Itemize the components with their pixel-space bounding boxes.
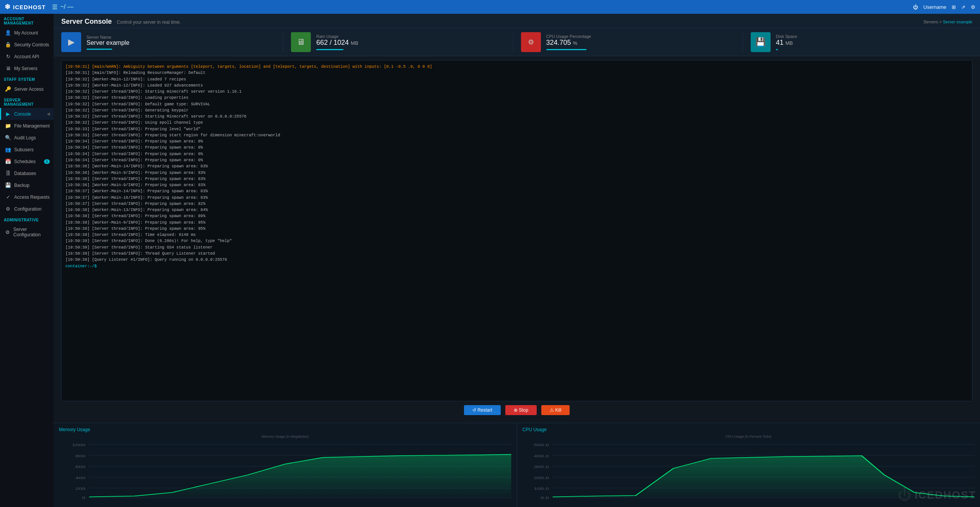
sidebar-item-audit-logs[interactable]: 🔍 Audit Logs bbox=[0, 132, 54, 144]
sidebar-item-label: Server Access bbox=[14, 87, 44, 92]
servers-icon: 🖥 bbox=[5, 65, 11, 71]
breadcrumb-current: Server example bbox=[943, 20, 972, 24]
main-content: Server Console Control your server in re… bbox=[54, 14, 980, 507]
memory-chart-panel: Memory Usage Memory Usage (in Megabytes) bbox=[54, 423, 517, 507]
server-config-icon: ⚙ bbox=[5, 229, 10, 235]
access-icon: ✓ bbox=[5, 194, 11, 200]
config-icon: ⚙ bbox=[5, 206, 11, 212]
sidebar-item-label: Console bbox=[14, 111, 31, 117]
stat-label-server-name: Server Name bbox=[87, 35, 129, 39]
stat-value-disk: 41 MB bbox=[776, 39, 797, 47]
svg-text:400.0: 400.0 bbox=[534, 454, 549, 458]
stat-icon-monitor: 🖥 bbox=[291, 32, 311, 52]
sidebar-item-my-servers[interactable]: 🖥 My Servers bbox=[0, 62, 54, 74]
sidebar-item-file-management[interactable]: 📁 File Management bbox=[0, 120, 54, 132]
stat-bar-disk bbox=[776, 49, 778, 50]
stat-icon-disk: 💾 bbox=[751, 32, 771, 52]
page-title-main: Server Console bbox=[61, 18, 112, 25]
stat-bar-cpu bbox=[546, 49, 587, 50]
sidebar-item-console[interactable]: ▶ Console ◀ bbox=[0, 108, 54, 120]
stat-label-ram: Ram Usage bbox=[316, 34, 358, 39]
svg-text:600: 600 bbox=[75, 465, 85, 469]
svg-text:500.0: 500.0 bbox=[534, 443, 549, 447]
grid-icon[interactable]: ⊞ bbox=[952, 4, 956, 10]
svg-text:0: 0 bbox=[82, 496, 85, 500]
svg-text:800: 800 bbox=[75, 454, 85, 458]
logo-icon: ❄ bbox=[5, 3, 11, 11]
admin-section-label: ADMINISTRATIVE bbox=[0, 215, 54, 224]
sidebar-item-backup[interactable]: 💾 Backup bbox=[0, 179, 54, 191]
memory-chart-title: Memory Usage bbox=[59, 427, 511, 432]
sidebar-item-server-access[interactable]: 🔑 Server Access bbox=[0, 83, 54, 95]
watermark-icon: ⏻ bbox=[898, 487, 911, 503]
stat-value-server-name: Server example bbox=[87, 39, 129, 46]
databases-icon: 🗄 bbox=[5, 170, 11, 176]
svg-text:200.0: 200.0 bbox=[534, 476, 549, 480]
sidebar: ACCOUNT MANAGEMENT 👤 My Account 🔒 Securi… bbox=[0, 14, 54, 507]
audit-icon: 🔍 bbox=[5, 135, 11, 141]
sidebar-item-account-api[interactable]: ↻ Account API bbox=[0, 51, 54, 62]
stop-button[interactable]: ⊗ Stop bbox=[505, 405, 537, 415]
stat-icon-cpu: ⚙ bbox=[521, 32, 541, 52]
cpu-chart-panel: CPU Usage CPU Usage (in Percent Ticks) bbox=[517, 423, 980, 507]
settings-icon[interactable]: ⚙ bbox=[971, 4, 975, 10]
page-title: Server Console Control your server in re… bbox=[61, 18, 181, 25]
restart-button[interactable]: ↺ Restart bbox=[464, 405, 501, 415]
sidebar-item-security-controls[interactable]: 🔒 Security Controls bbox=[0, 39, 54, 51]
sidebar-item-label: Audit Logs bbox=[14, 135, 36, 141]
stat-label-disk: Disk Space bbox=[776, 34, 797, 39]
memory-chart-area: 1000 800 600 400 200 0 bbox=[59, 440, 511, 501]
stat-ram-usage: 🖥 Ram Usage 662 / 1024 MB bbox=[291, 32, 513, 52]
svg-text:400: 400 bbox=[75, 476, 85, 480]
sidebar-item-label: Access Requests bbox=[14, 195, 50, 200]
sidebar-item-schedules[interactable]: 📅 Schedules 0 bbox=[0, 155, 54, 167]
account-section-label: ACCOUNT MANAGEMENT bbox=[0, 14, 54, 27]
server-access-icon: 🔑 bbox=[5, 86, 11, 92]
topnav-right: ⏻ Username ⊞ ⇗ ⚙ bbox=[913, 4, 975, 10]
page-subtitle: Control your server in real time. bbox=[117, 20, 181, 25]
console-output[interactable]: [19:50:31] [main/WARN]: Ambiguity betwee… bbox=[61, 60, 972, 401]
stat-icon-play: ▶ bbox=[61, 32, 81, 52]
layout: ACCOUNT MANAGEMENT 👤 My Account 🔒 Securi… bbox=[0, 14, 980, 507]
topnav: ❄ ICEDHOST ☰ ~/ — ⏻ Username ⊞ ⇗ ⚙ bbox=[0, 0, 980, 14]
sidebar-item-databases[interactable]: 🗄 Databases bbox=[0, 167, 54, 179]
watermark: ⏻ ICEDHOST bbox=[898, 487, 976, 503]
sidebar-item-access-requests[interactable]: ✓ Access Requests bbox=[0, 191, 54, 203]
sidebar-item-label: Account API bbox=[14, 54, 39, 59]
stat-label-cpu: CPU Usage Percentage bbox=[546, 34, 591, 39]
sidebar-item-label: Backup bbox=[14, 183, 29, 188]
sidebar-item-label: My Servers bbox=[14, 66, 38, 71]
watermark-text: ICEDHOST bbox=[915, 489, 976, 501]
server-section-label: SERVER MANAGEMENT bbox=[0, 95, 54, 108]
sidebar-item-label: Security Controls bbox=[14, 42, 49, 47]
sidebar-item-server-configuration[interactable]: ⚙ Server Configuration bbox=[0, 224, 54, 240]
svg-text:300.0: 300.0 bbox=[534, 465, 549, 469]
kill-button[interactable]: ⚠ Kill bbox=[541, 405, 570, 415]
sidebar-item-my-account[interactable]: 👤 My Account bbox=[0, 27, 54, 39]
stat-bar-server bbox=[87, 49, 112, 50]
stat-value-cpu: 324.705 % bbox=[546, 39, 591, 47]
sidebar-item-label: Subusers bbox=[14, 147, 34, 152]
sidebar-item-subusers[interactable]: 👥 Subusers bbox=[0, 144, 54, 155]
stat-info: Server Name Server example bbox=[87, 35, 129, 50]
branch-label: ~/ — bbox=[60, 3, 74, 10]
sidebar-item-label: My Account bbox=[14, 30, 38, 36]
collapse-btn[interactable]: ◀ bbox=[47, 111, 50, 116]
page-header-top: Server Console Control your server in re… bbox=[61, 18, 972, 26]
sidebar-item-label: Schedules bbox=[14, 159, 36, 164]
charts-section: Memory Usage Memory Usage (in Megabytes) bbox=[54, 423, 980, 507]
stat-value-ram: 662 / 1024 MB bbox=[316, 39, 358, 47]
staff-section-label: Staff System bbox=[0, 74, 54, 83]
hamburger-icon[interactable]: ☰ bbox=[52, 3, 57, 11]
console-section: [19:50:31] [main/WARN]: Ambiguity betwee… bbox=[54, 56, 980, 423]
stat-cpu-usage: ⚙ CPU Usage Percentage 324.705 % bbox=[521, 32, 743, 52]
share-icon[interactable]: ⇗ bbox=[961, 4, 965, 10]
power-icon[interactable]: ⏻ bbox=[913, 4, 918, 10]
stat-info: CPU Usage Percentage 324.705 % bbox=[546, 34, 591, 50]
breadcrumb: Servers > Server example bbox=[924, 20, 973, 24]
memory-chart-ylabel: Memory Usage (in Megabytes) bbox=[59, 435, 511, 438]
schedules-icon: 📅 bbox=[5, 159, 11, 164]
sidebar-item-label: File Management bbox=[14, 123, 50, 129]
breadcrumb-servers: Servers bbox=[924, 20, 938, 24]
sidebar-item-configuration[interactable]: ⚙ Configuration bbox=[0, 203, 54, 215]
